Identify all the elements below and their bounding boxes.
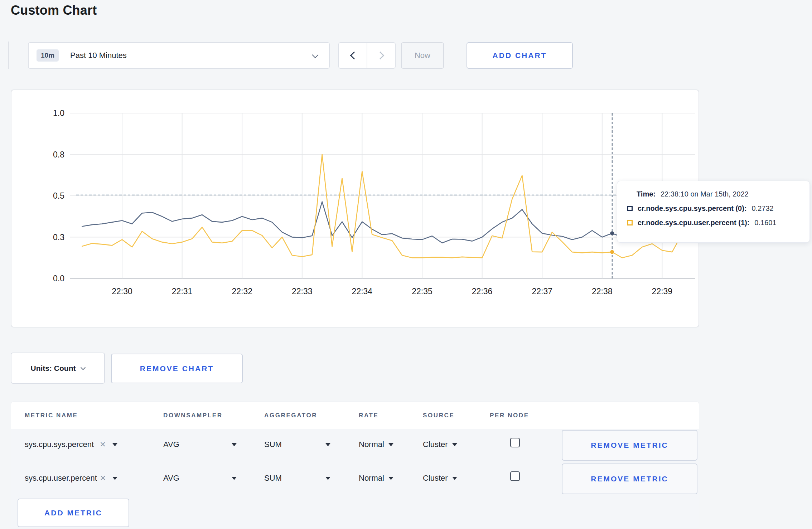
hover-dot-sys <box>610 231 614 235</box>
series-line-user <box>82 155 682 258</box>
caret-down-icon <box>388 477 393 480</box>
x-axis-tick-label: 22:32 <box>232 287 252 296</box>
caret-down-icon <box>325 477 330 480</box>
column-header-aggregator: AGGREGATOR <box>264 412 317 419</box>
aggregator-select[interactable]: SUM <box>264 474 330 483</box>
metrics-table: METRIC NAME DOWNSAMPLER AGGREGATOR RATE … <box>11 402 699 529</box>
downsampler-value: AVG <box>163 440 179 449</box>
downsampler-select[interactable]: AVG <box>163 440 237 449</box>
metric-name-value: sys.cpu.user.percent <box>25 474 97 483</box>
add-metric-button[interactable]: ADD METRIC <box>18 499 129 527</box>
remove-metric-button[interactable]: REMOVE METRIC <box>562 464 697 494</box>
y-axis-tick-label: 0.3 <box>53 233 64 242</box>
series-sys-swatch-icon <box>627 206 633 211</box>
downsampler-value: AVG <box>163 474 179 483</box>
x-axis-tick-label: 22:36 <box>472 287 493 296</box>
downsampler-select[interactable]: AVG <box>163 474 237 483</box>
now-button-label: Now <box>415 51 430 60</box>
add-chart-label: ADD CHART <box>493 51 547 60</box>
y-axis-tick-label: 1.0 <box>53 108 64 118</box>
add-metric-label: ADD METRIC <box>44 509 102 517</box>
x-axis-tick-label: 22:38 <box>592 287 613 296</box>
tooltip-user-value: 0.1601 <box>754 219 776 227</box>
tooltip-sys-label: cr.node.sys.cpu.sys.percent (0): <box>638 204 747 213</box>
rate-select[interactable]: Normal <box>359 440 393 449</box>
metric-name-select[interactable]: sys.cpu.user.percent ✕ <box>25 474 136 483</box>
chevron-left-icon <box>350 52 358 60</box>
tooltip-user-label: cr.node.sys.cpu.user.percent (1): <box>638 219 749 227</box>
next-range-button[interactable] <box>367 43 395 68</box>
caret-down-icon <box>452 443 457 446</box>
aggregator-value: SUM <box>264 440 282 449</box>
page-title: Custom Chart <box>11 3 97 18</box>
series-line-sys <box>82 202 682 243</box>
caret-down-icon <box>232 443 237 446</box>
previous-range-button[interactable] <box>339 43 367 68</box>
hover-dot-user <box>610 250 614 254</box>
source-select[interactable]: Cluster <box>423 440 457 449</box>
metric-row-user: sys.cpu.user.percent ✕ AVG SUM Normal Cl… <box>11 464 699 494</box>
chevron-down-icon <box>312 52 318 58</box>
rate-select[interactable]: Normal <box>359 474 393 483</box>
column-header-metric-name: METRIC NAME <box>25 412 78 419</box>
cpu-metrics-chart[interactable]: 0.00.30.50.81.022:3022:3122:3222:3322:34… <box>11 90 700 328</box>
y-axis-tick-label: 0.5 <box>53 191 64 200</box>
chevron-right-icon <box>376 52 384 60</box>
caret-down-icon <box>325 443 330 446</box>
remove-metric-label: REMOVE METRIC <box>591 441 668 450</box>
rate-value: Normal <box>359 440 384 449</box>
x-axis-tick-label: 22:30 <box>112 287 132 296</box>
tooltip-sys-value: 0.2732 <box>752 204 774 213</box>
add-chart-button[interactable]: ADD CHART <box>467 42 573 69</box>
now-button[interactable]: Now <box>401 42 444 69</box>
tooltip-time-value: 22:38:10 on Mar 15th, 2022 <box>661 190 749 198</box>
source-value: Cluster <box>423 474 448 483</box>
toolbar-divider <box>8 42 9 69</box>
caret-down-icon <box>112 443 117 446</box>
caret-down-icon <box>232 477 237 480</box>
units-label: Units: Count <box>31 364 76 373</box>
remove-chart-label: REMOVE CHART <box>140 364 214 373</box>
metrics-table-header: METRIC NAME DOWNSAMPLER AGGREGATOR RATE … <box>11 402 699 429</box>
y-axis-tick-label: 0.0 <box>53 274 64 283</box>
y-axis-tick-label: 0.8 <box>53 150 64 159</box>
per-node-checkbox[interactable] <box>510 471 520 481</box>
time-range-label: Past 10 Minutes <box>70 51 127 60</box>
chart-tooltip: Time: 22:38:10 on Mar 15th, 2022 cr.node… <box>617 181 810 243</box>
aggregator-value: SUM <box>264 474 282 483</box>
time-step-group <box>338 42 396 69</box>
clear-metric-icon[interactable]: ✕ <box>100 440 106 449</box>
metric-row-sys: sys.cpu.sys.percent ✕ AVG SUM Normal Clu… <box>11 430 699 461</box>
column-header-downsampler: DOWNSAMPLER <box>163 412 223 419</box>
caret-down-icon <box>112 477 117 480</box>
chart-card: 0.00.30.50.81.022:3022:3122:3222:3322:34… <box>11 89 699 327</box>
metric-name-value: sys.cpu.sys.percent <box>25 440 94 449</box>
x-axis-tick-label: 22:35 <box>412 287 432 296</box>
x-axis-tick-label: 22:34 <box>352 287 373 296</box>
series-user-swatch-icon <box>627 220 633 225</box>
column-header-source: SOURCE <box>423 412 454 419</box>
x-axis-tick-label: 22:31 <box>172 287 193 296</box>
per-node-checkbox[interactable] <box>510 438 520 447</box>
remove-metric-button[interactable]: REMOVE METRIC <box>562 430 697 461</box>
caret-down-icon <box>388 443 393 446</box>
tooltip-time-label: Time: <box>637 190 656 198</box>
rate-value: Normal <box>359 474 384 483</box>
column-header-rate: RATE <box>359 412 378 419</box>
chevron-down-icon <box>81 365 86 370</box>
x-axis-tick-label: 22:33 <box>292 287 313 296</box>
remove-metric-label: REMOVE METRIC <box>591 475 668 483</box>
clear-metric-icon[interactable]: ✕ <box>100 474 106 482</box>
aggregator-select[interactable]: SUM <box>264 440 330 449</box>
remove-chart-button[interactable]: REMOVE CHART <box>111 354 243 383</box>
time-range-badge: 10m <box>37 49 59 62</box>
source-select[interactable]: Cluster <box>423 474 457 483</box>
x-axis-tick-label: 22:37 <box>532 287 552 296</box>
caret-down-icon <box>452 477 457 480</box>
metric-name-select[interactable]: sys.cpu.sys.percent ✕ <box>25 440 136 449</box>
x-axis-tick-label: 22:39 <box>652 287 673 296</box>
units-select[interactable]: Units: Count <box>11 353 105 384</box>
time-range-select[interactable]: 10m Past 10 Minutes <box>28 42 330 69</box>
source-value: Cluster <box>423 440 448 449</box>
column-header-per-node: PER NODE <box>490 412 529 419</box>
